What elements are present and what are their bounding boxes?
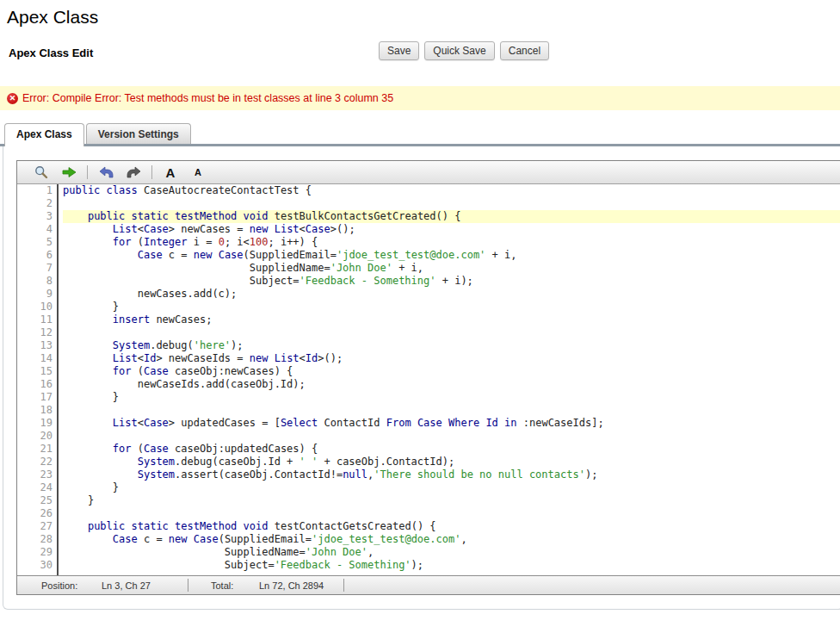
code-line[interactable]: Case c = new Case(SuppliedEmail='jdoe_te… [63, 533, 840, 546]
redo-icon[interactable] [125, 164, 142, 180]
code-line[interactable]: } [63, 481, 840, 494]
code-line[interactable] [63, 430, 840, 443]
search-icon[interactable] [33, 164, 50, 180]
line-number: 27 [17, 520, 52, 533]
line-number: 24 [17, 481, 52, 494]
error-message: Error: Compile Error: Test methods must … [22, 92, 393, 104]
header-row: Apex Class Edit Save Quick Save Cancel [0, 41, 840, 67]
code-line[interactable]: } [63, 301, 840, 313]
code-lines[interactable]: public class CaseAutocreateContactTest {… [59, 184, 840, 575]
code-line[interactable]: public static testMethod void testContac… [63, 520, 840, 533]
line-number: 13 [17, 339, 52, 352]
code-line[interactable]: public static testMethod void testBulkCo… [63, 210, 840, 223]
line-number: 30 [17, 559, 52, 572]
line-number: 7 [17, 262, 52, 275]
line-number: 29 [17, 546, 52, 559]
cancel-button[interactable]: Cancel [500, 41, 549, 60]
line-number: 2 [17, 197, 52, 210]
code-line[interactable]: for (Integer i = 0; i<100; i++) { [63, 236, 840, 249]
code-line[interactable]: Subject='Feedback - Something' + i); [63, 275, 840, 288]
save-button[interactable]: Save [379, 41, 419, 60]
tab-panel: A A 123456789101112131415161718192021222… [3, 146, 840, 610]
toolbar-separator [151, 165, 152, 179]
line-number: 12 [17, 326, 52, 339]
code-line[interactable]: SuppliedName='John Doe', [63, 546, 840, 559]
position-label: Position: [41, 580, 102, 591]
toolbar-separator [87, 165, 88, 179]
tab-apex-class[interactable]: Apex Class [4, 123, 84, 146]
code-line[interactable]: List<Case> newCases = new List<Case>(); [63, 223, 840, 236]
total-label: Total: [211, 580, 259, 591]
page-title: Apex Class [0, 0, 840, 28]
font-decrease-icon[interactable]: A [189, 164, 207, 180]
code-line[interactable]: System.debug('here'); [63, 339, 840, 352]
code-line[interactable] [63, 507, 840, 520]
line-number: 6 [17, 249, 52, 262]
line-number: 15 [17, 365, 52, 378]
line-number: 11 [17, 313, 52, 326]
code-area[interactable]: 1234567891011121314151617181920212223242… [17, 184, 840, 575]
statusbar-divider [343, 579, 344, 592]
line-number: 4 [17, 223, 52, 236]
line-number: 26 [17, 507, 52, 520]
quick-save-button[interactable]: Quick Save [424, 41, 494, 60]
code-line[interactable]: Subject='Feedback - Something'); [63, 559, 840, 572]
line-number: 8 [17, 275, 52, 288]
error-bar: ✕ Error: Compile Error: Test methods mus… [0, 86, 840, 110]
line-number: 16 [17, 378, 52, 391]
code-line[interactable]: } [63, 494, 840, 507]
code-line[interactable] [63, 197, 840, 210]
code-line[interactable]: System.debug(caseObj.Id + ' ' + caseObj.… [63, 456, 840, 468]
code-line[interactable]: List<Id> newCaseIds = new List<Id>(); [63, 352, 840, 365]
statusbar-divider [188, 579, 188, 592]
gutter: 1234567891011121314151617181920212223242… [17, 184, 59, 575]
code-line[interactable]: newCaseIds.add(caseObj.Id); [63, 378, 840, 391]
line-number: 20 [17, 430, 52, 443]
code-line[interactable]: System.assert(caseObj.ContactId!=null,'T… [63, 468, 840, 481]
code-line[interactable]: } [63, 391, 840, 404]
position-value: Ln 3, Ch 27 [102, 580, 188, 591]
code-line[interactable] [63, 326, 840, 339]
code-line[interactable]: insert newCases; [63, 313, 840, 326]
undo-icon[interactable] [97, 164, 114, 180]
line-number: 1 [17, 184, 52, 197]
line-number: 9 [17, 288, 52, 301]
editor-statusbar: Position: Ln 3, Ch 27 Total: Ln 72, Ch 2… [17, 575, 840, 594]
line-number: 25 [17, 494, 52, 507]
code-line[interactable]: SuppliedName='John Doe' + i, [63, 262, 840, 275]
line-number: 14 [17, 352, 52, 365]
code-line[interactable]: Case c = new Case(SuppliedEmail='jdoe_te… [63, 249, 840, 262]
tab-version-settings[interactable]: Version Settings [86, 123, 191, 144]
code-line[interactable]: for (Case caseObj:newCases) { [63, 365, 840, 378]
line-number: 17 [17, 391, 52, 404]
line-number: 3 [17, 210, 52, 223]
editor-toolbar: A A [17, 161, 840, 184]
line-number: 23 [17, 468, 52, 481]
code-line[interactable]: newCases.add(c); [63, 288, 840, 301]
line-number: 22 [17, 456, 52, 468]
button-group: Save Quick Save Cancel [379, 41, 549, 60]
section-title: Apex Class Edit [9, 47, 93, 59]
code-line[interactable]: public class CaseAutocreateContactTest { [63, 184, 840, 197]
code-editor: A A 123456789101112131415161718192021222… [16, 160, 840, 595]
line-number: 28 [17, 533, 52, 546]
line-number: 10 [17, 301, 52, 313]
line-number: 21 [17, 443, 52, 456]
code-line[interactable] [63, 404, 840, 417]
go-arrow-icon[interactable] [60, 164, 77, 180]
line-number: 5 [17, 236, 52, 249]
line-number: 19 [17, 417, 52, 430]
code-line[interactable]: for (Case caseObj:updatedCases) { [63, 443, 840, 456]
tab-strip: Apex Class Version Settings [0, 123, 840, 146]
line-number: 18 [17, 404, 52, 417]
code-line[interactable]: List<Case> updatedCases = [Select Contac… [63, 417, 840, 430]
error-icon: ✕ [7, 93, 18, 104]
total-value: Ln 72, Ch 2894 [259, 580, 343, 591]
font-increase-icon[interactable]: A [162, 164, 179, 180]
